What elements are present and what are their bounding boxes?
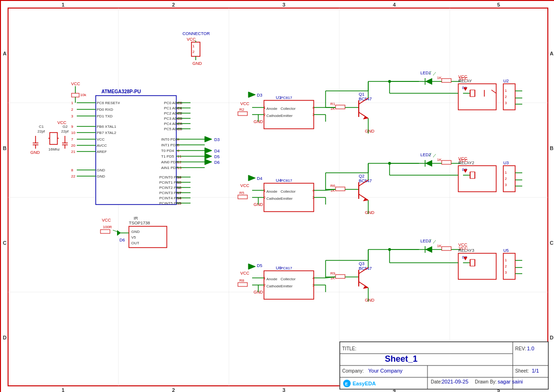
svg-text:PCINT1 PB1: PCINT1 PB1 — [159, 180, 181, 185]
svg-text:4: 4 — [393, 2, 396, 8]
svg-text:VCC: VCC — [459, 158, 468, 163]
svg-text:R1: R1 — [330, 102, 336, 106]
schematic-svg: 1 2 3 4 5 1 2 3 4 5 A B C D A B C D CONN… — [1, 1, 554, 392]
svg-text:D: D — [3, 335, 7, 340]
svg-text:PD1 TXD: PD1 TXD — [97, 114, 113, 118]
svg-text:GND: GND — [192, 61, 202, 66]
svg-text:VCC: VCC — [240, 101, 250, 106]
svg-text:C: C — [3, 240, 7, 246]
svg-text:3: 3 — [505, 101, 507, 105]
svg-rect-226 — [238, 283, 247, 286]
svg-text:PCINT3 PB3: PCINT3 PB3 — [159, 191, 181, 195]
svg-point-401 — [388, 248, 391, 251]
svg-text:Emitter: Emitter — [281, 284, 293, 288]
svg-text:PCINT2 PB2: PCINT2 PB2 — [159, 186, 181, 190]
svg-text:Collector: Collector — [281, 189, 296, 194]
svg-text:Cathode: Cathode — [266, 196, 281, 201]
svg-text:GND: GND — [97, 168, 105, 172]
svg-text:Cathode: Cathode — [266, 284, 281, 288]
svg-text:Collector: Collector — [281, 107, 296, 111]
svg-text:GND: GND — [365, 129, 375, 134]
svg-text:D5: D5 — [214, 154, 220, 159]
svg-rect-204 — [238, 195, 247, 199]
svg-text:Date:: Date: — [431, 379, 442, 384]
svg-rect-272 — [336, 275, 345, 278]
svg-text:PCINT4 PB4: PCINT4 PB4 — [159, 196, 181, 200]
svg-rect-242 — [336, 105, 345, 109]
svg-text:3: 3 — [282, 387, 285, 392]
svg-text:1: 1 — [505, 89, 507, 93]
svg-text:Collector: Collector — [281, 277, 296, 281]
svg-text:3: 3 — [505, 183, 507, 187]
svg-text:AIN1 PD7: AIN1 PD7 — [161, 166, 178, 170]
svg-text:1: 1 — [505, 258, 507, 262]
svg-text:LED1: LED1 — [420, 71, 431, 75]
svg-text:2: 2 — [71, 107, 73, 112]
svg-text:PC817: PC817 — [281, 178, 292, 183]
svg-text:1: 1 — [62, 2, 64, 8]
svg-text:3: 3 — [282, 2, 285, 8]
svg-text:8: 8 — [71, 168, 73, 172]
svg-text:22: 22 — [71, 174, 75, 178]
svg-text:B: B — [3, 145, 7, 151]
svg-text:Anode: Anode — [266, 277, 278, 281]
svg-text:5: 5 — [497, 2, 500, 8]
svg-rect-309 — [442, 247, 451, 250]
svg-text:GND: GND — [365, 298, 375, 303]
svg-text:U3: U3 — [503, 160, 509, 165]
svg-text:LED3: LED3 — [420, 239, 431, 243]
svg-text:D5: D5 — [257, 263, 263, 268]
svg-text:A: A — [3, 51, 7, 56]
svg-rect-140 — [50, 133, 57, 144]
svg-text:CONNECTOR: CONNECTOR — [182, 31, 210, 36]
svg-rect-257 — [336, 187, 345, 191]
svg-text:2: 2 — [505, 264, 507, 268]
svg-rect-131 — [72, 93, 79, 97]
svg-text:Q2: Q2 — [359, 174, 364, 178]
svg-text:Q3: Q3 — [359, 261, 364, 266]
svg-text:D6: D6 — [119, 238, 125, 242]
svg-text:R6: R6 — [330, 184, 336, 188]
svg-rect-182 — [238, 112, 247, 116]
svg-text:A: A — [550, 51, 554, 56]
svg-text:9: 9 — [71, 125, 73, 129]
svg-text:LED2: LED2 — [420, 152, 431, 157]
svg-text:PCINT0 PB0: PCINT0 PB0 — [159, 175, 181, 179]
svg-text:V5: V5 — [131, 235, 136, 240]
svg-text:T0 PD4: T0 PD4 — [161, 149, 174, 153]
svg-rect-296 — [442, 160, 451, 164]
svg-text:GND: GND — [131, 230, 140, 234]
svg-text:D4: D4 — [214, 149, 220, 153]
svg-text:AREF: AREF — [97, 150, 107, 154]
svg-text:3: 3 — [71, 114, 73, 118]
svg-text:PCINT5 PB5: PCINT5 PB5 — [159, 201, 181, 205]
svg-text:PC817: PC817 — [281, 266, 292, 270]
svg-text:21: 21 — [71, 150, 75, 154]
svg-text:1K: 1K — [437, 158, 442, 162]
svg-text:Anode: Anode — [266, 107, 278, 111]
svg-text:Sheet_1: Sheet_1 — [385, 354, 418, 364]
svg-text:GND: GND — [30, 150, 40, 155]
svg-text:1: 1 — [505, 170, 507, 175]
svg-text:PC2 ADC2: PC2 ADC2 — [164, 111, 182, 116]
svg-text:VCC: VCC — [240, 183, 250, 188]
svg-text:C1: C1 — [39, 125, 44, 129]
schematic-container: 1 2 3 4 5 1 2 3 4 5 A B C D A B C D CONN… — [0, 0, 554, 392]
svg-text:Anode: Anode — [266, 189, 278, 194]
svg-text:VCC: VCC — [240, 271, 250, 276]
svg-text:TITLE:: TITLE: — [342, 346, 356, 351]
svg-text:INT0 PD2: INT0 PD2 — [161, 137, 178, 142]
svg-text:BC547: BC547 — [359, 178, 372, 183]
svg-text:Your Company: Your Company — [368, 368, 403, 374]
svg-text:U5: U5 — [503, 248, 509, 253]
svg-text:Emitter: Emitter — [281, 114, 293, 118]
svg-text:100R: 100R — [103, 225, 112, 229]
svg-text:20: 20 — [71, 143, 75, 148]
svg-rect-283 — [442, 79, 451, 82]
svg-text:PC4 ADC4: PC4 ADC4 — [164, 122, 182, 126]
svg-text:D3: D3 — [257, 93, 263, 98]
svg-text:PC0 ADC0: PC0 ADC0 — [164, 101, 182, 105]
svg-text:B: B — [550, 145, 554, 151]
svg-text:2: 2 — [192, 50, 195, 54]
svg-text:IR: IR — [134, 216, 138, 221]
